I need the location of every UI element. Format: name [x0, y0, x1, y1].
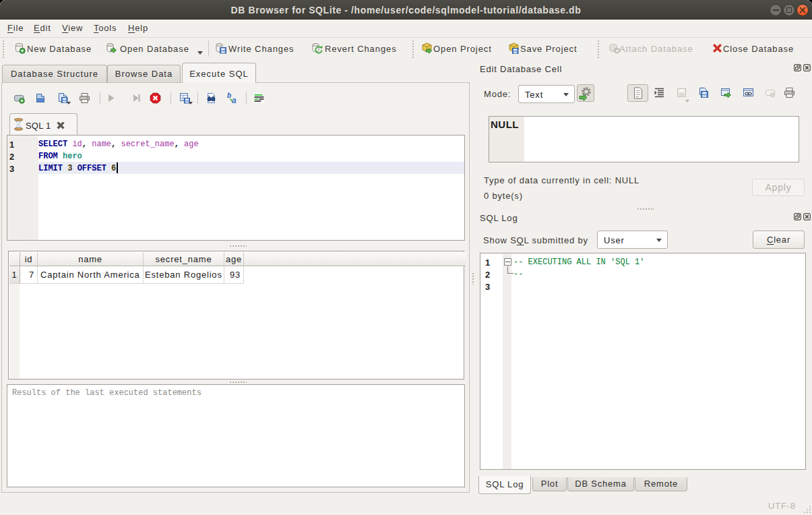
svg-text:b: b	[227, 92, 231, 99]
svg-text:a: a	[232, 96, 237, 104]
